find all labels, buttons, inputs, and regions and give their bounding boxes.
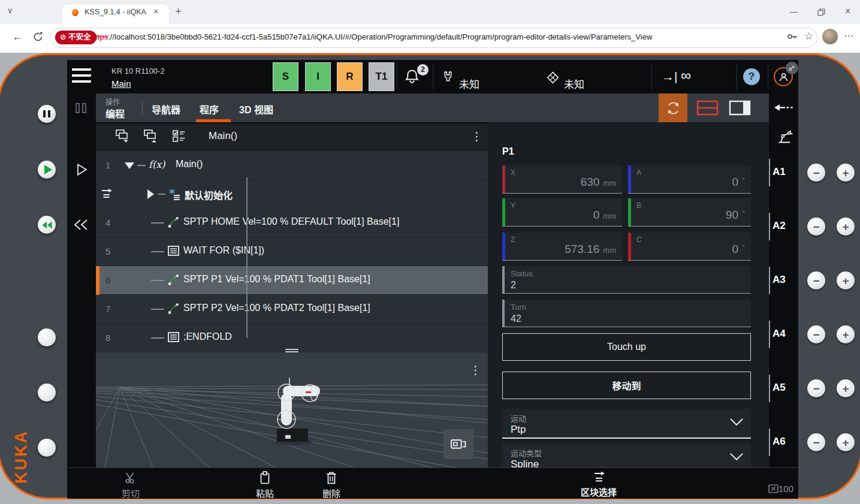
blank-hard-button[interactable]: [38, 328, 56, 346]
field-unit: °: [742, 209, 745, 218]
blank-hard-button[interactable]: [38, 384, 56, 402]
collapse-panel-arrow-icon[interactable]: [774, 103, 794, 114]
step-backward-hard-button[interactable]: [38, 216, 56, 234]
splitter-handle[interactable]: [285, 349, 298, 350]
line-number: 6: [105, 275, 110, 285]
blank-hard-button[interactable]: [38, 439, 56, 457]
split-horizontal-icon[interactable]: [696, 100, 719, 118]
favorite-star-icon[interactable]: ☆: [804, 30, 813, 43]
status-button-r[interactable]: R: [337, 62, 363, 91]
jog-plus-a6[interactable]: +: [837, 433, 855, 451]
browser-back-icon[interactable]: ←: [12, 31, 23, 43]
field-turn[interactable]: Turn 42: [502, 300, 751, 327]
row-text: SPTP P2 Vel=100 % PDAT2 Tool[1] Base[1]: [183, 303, 370, 313]
paste-button[interactable]: 粘贴: [247, 471, 283, 499]
window-restore-icon[interactable]: [817, 8, 825, 19]
bottom-action-bar: [67, 467, 798, 499]
expand-all-icon[interactable]: [116, 129, 130, 145]
init-fold-icon: [168, 188, 181, 203]
jog-minus-a2[interactable]: −: [807, 218, 825, 236]
browser-tabstrip: ∨ KSS_9.1.4 - iiQKA × + — ×: [0, 0, 860, 24]
motion-dropdown[interactable]: 运动 Ptp: [502, 409, 751, 439]
main-menu-button[interactable]: [72, 68, 91, 84]
camera-view-button[interactable]: [443, 429, 473, 459]
status-button-i[interactable]: I: [305, 62, 331, 91]
touch-up-button[interactable]: Touch up: [502, 333, 751, 361]
paste-label: 粘贴: [247, 487, 283, 499]
block-select-icon: [592, 471, 606, 483]
3d-viewport[interactable]: ⋮: [96, 352, 488, 467]
tab-close-icon[interactable]: ×: [153, 7, 158, 16]
jog-minus-a3[interactable]: −: [807, 271, 825, 289]
field-status[interactable]: Status 2: [502, 266, 751, 294]
collapse-all-icon[interactable]: [144, 129, 158, 145]
user-key-badge-icon: [786, 62, 798, 74]
cut-button[interactable]: 剪切: [113, 471, 149, 499]
checklist-icon[interactable]: [173, 130, 186, 144]
dropdown-label: 运动类型: [511, 447, 542, 458]
program-row[interactable]: 8 ;ENDFOLD: [96, 324, 488, 352]
block-select-button[interactable]: 区块选择: [572, 471, 625, 498]
screenshot-root: ∨ KSS_9.1.4 - iiQKA × + — × ← ⊘ 不安全 http…: [0, 0, 860, 504]
pause-hard-button[interactable]: [38, 105, 56, 123]
viewport-menu-kebab-icon[interactable]: ⋮: [470, 363, 481, 377]
status-button-t1[interactable]: T1: [369, 62, 394, 91]
tab-program[interactable]: 程序: [200, 102, 219, 116]
fold-open-icon[interactable]: [125, 162, 134, 169]
window-close-icon[interactable]: ×: [845, 6, 850, 17]
field-a[interactable]: A 0°: [628, 165, 751, 194]
tool-status-label[interactable]: 未知: [459, 76, 479, 91]
help-button[interactable]: ?: [743, 68, 760, 85]
jog-minus-a1[interactable]: −: [807, 164, 825, 182]
panel-layout-icon[interactable]: [729, 100, 751, 118]
clipboard-icon: [258, 471, 271, 484]
jog-plus-a5[interactable]: +: [837, 379, 855, 397]
program-row[interactable]: 4 SPTP HOME Vel=100 % DEFAULT Tool[1] Ba…: [96, 209, 488, 237]
program-row[interactable]: 7 SPTP P2 Vel=100 % PDAT2 Tool[1] Base[1…: [96, 295, 488, 324]
field-label: X: [511, 168, 515, 177]
move-to-button[interactable]: 移动到: [502, 372, 751, 399]
jog-plus-a2[interactable]: +: [837, 218, 855, 236]
jog-plus-a1[interactable]: +: [837, 164, 855, 182]
fold-closed-icon[interactable]: [147, 189, 154, 199]
field-c[interactable]: C 0°: [628, 233, 751, 261]
jog-minus-a5[interactable]: −: [807, 379, 825, 397]
row-text: Main(): [176, 159, 203, 170]
editor-menu-kebab-icon[interactable]: ⋮: [471, 129, 482, 143]
robot-arm-icon[interactable]: [776, 127, 794, 147]
field-z[interactable]: Z 573.16mm: [502, 233, 622, 261]
program-row[interactable]: 默认初始化: [96, 180, 488, 209]
tab-3d-view[interactable]: 3D 视图: [239, 102, 273, 116]
field-b[interactable]: B 90°: [628, 198, 751, 227]
base-status-label[interactable]: 未知: [564, 76, 584, 91]
field-label: A: [636, 168, 641, 177]
jog-minus-a4[interactable]: −: [807, 325, 825, 343]
program-row[interactable]: 5 WAIT FOR ($IN[1]): [96, 237, 488, 266]
program-row-selected[interactable]: 6 SPTP P1 Vel=100 % PDAT1 Tool[1] Base[1…: [96, 266, 488, 295]
jog-plus-a3[interactable]: +: [837, 271, 855, 289]
play-hard-button[interactable]: [38, 161, 56, 179]
row-text: SPTP HOME Vel=100 % DEFAULT Tool[1] Base…: [183, 216, 399, 227]
field-unit: °: [742, 243, 745, 252]
tab-search-chevron-icon[interactable]: ∨: [7, 6, 13, 15]
tab-navigator[interactable]: 导航器: [152, 102, 180, 116]
jog-plus-a4[interactable]: +: [837, 325, 855, 343]
status-button-s[interactable]: S: [273, 62, 298, 91]
override-infinity-value[interactable]: ∞: [681, 67, 691, 84]
new-tab-button[interactable]: +: [175, 5, 182, 18]
jog-minus-a6[interactable]: −: [807, 433, 825, 451]
motion-type-dropdown[interactable]: 运动类型 Spline: [502, 443, 751, 467]
field-y[interactable]: Y 0mm: [502, 198, 622, 227]
window-minimize-icon[interactable]: —: [790, 7, 798, 16]
line-number: 4: [105, 218, 110, 228]
browser-menu-icon[interactable]: ⋯: [844, 30, 854, 41]
active-program-link[interactable]: Main: [111, 79, 131, 89]
sync-button[interactable]: [659, 93, 687, 122]
delete-button[interactable]: 删除: [313, 471, 349, 499]
password-key-icon[interactable]: [787, 31, 798, 44]
field-unit: mm: [603, 212, 616, 221]
field-x[interactable]: X 630mm: [502, 165, 622, 194]
browser-profile-avatar[interactable]: [822, 29, 838, 44]
program-row[interactable]: 1 f(x) Main(): [96, 151, 488, 180]
browser-reload-icon[interactable]: [32, 31, 44, 45]
